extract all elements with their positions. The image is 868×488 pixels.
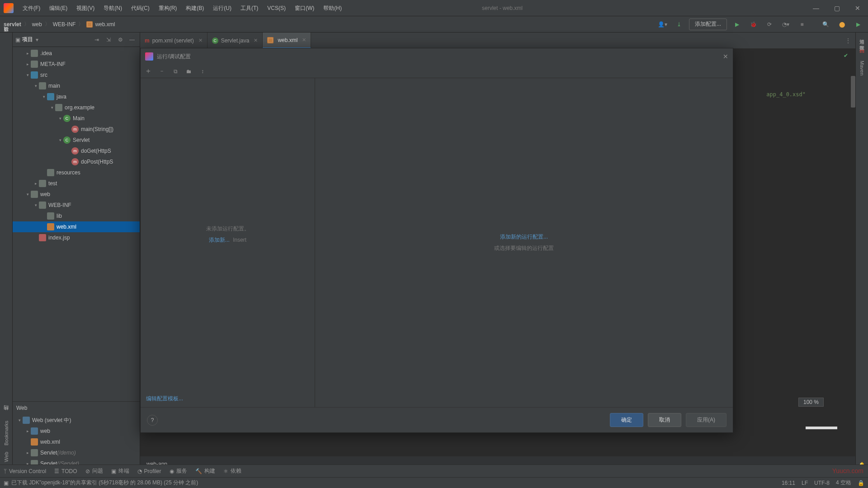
debug-button[interactable]: 🐞 [747,19,760,30]
line-separator[interactable]: LF [802,480,808,486]
user-icon[interactable]: 👤▾ [656,19,669,30]
project-tree[interactable]: .ideaMETA-INFsrcmainjavaorg.exampleCMain… [13,47,140,401]
web-tree[interactable]: Web (servlet 中)webweb.xmlServlet (/demo)… [13,414,140,472]
coverage-button[interactable]: ⟳ [763,19,776,30]
tree-row[interactable]: CServlet [13,135,140,145]
ok-button[interactable]: 确定 [610,413,643,427]
menu-build[interactable]: 构建(B) [181,0,208,16]
expand-all-icon[interactable]: ⇲ [104,35,113,45]
menu-window[interactable]: 窗口(W) [290,0,319,16]
close-button[interactable]: ✕ [847,0,868,16]
tree-row[interactable]: java [13,91,140,102]
menu-navigate[interactable]: 导航(N) [99,0,127,16]
tree-arrow-icon[interactable] [16,418,23,422]
tree-arrow-icon[interactable] [24,51,31,56]
tree-row[interactable]: index.jsp [13,232,140,243]
tree-row[interactable]: META-INF [13,59,140,70]
tree-arrow-icon[interactable] [24,450,31,455]
add-new-config-link[interactable]: 添加新的运行配置... [500,233,548,241]
copy-config-icon[interactable]: ⧉ [171,68,179,75]
menu-code[interactable]: 代码(C) [127,0,154,16]
tree-row[interactable]: lib [13,211,140,221]
tw-terminal[interactable]: ▣终端 [111,467,129,475]
add-config-icon[interactable]: ＋ [144,66,152,76]
dialog-close-icon[interactable]: ✕ [723,53,728,60]
gutter-web[interactable]: Web [4,452,9,462]
tree-arrow-icon[interactable] [41,94,47,99]
tw-dependencies[interactable]: ⚛依赖 [223,467,241,475]
tree-row[interactable]: WEB-INF [13,200,140,211]
tree-row[interactable]: org.example [13,102,140,113]
tw-problems[interactable]: ⊘问题 [85,467,103,475]
menu-file[interactable]: 文件(F) [18,0,45,16]
tab-pom[interactable]: m pom.xml (servlet) ✕ [140,33,208,48]
tw-profiler[interactable]: ◔Profiler [137,468,161,474]
tree-row[interactable]: Servlet (/demo) [13,447,140,458]
tree-arrow-icon[interactable] [24,192,31,197]
add-new-link[interactable]: 添加新... [209,237,230,243]
status-message[interactable]: ▣ 已下载 JDK"openjdk-18"的共享索引 (5秒718毫秒 的 28… [4,479,198,487]
save-config-icon[interactable]: 🖿 [185,68,193,75]
gutter-maven[interactable]: Maven [859,61,865,75]
close-tab-icon[interactable]: ✕ [198,38,203,43]
tree-row[interactable]: CMain [13,113,140,124]
tree-arrow-icon[interactable] [49,105,55,110]
help-icon[interactable]: ? [147,415,158,426]
menu-run[interactable]: 运行(U) [208,0,236,16]
indent-info[interactable]: 4 空格 [836,479,851,487]
run-config-select[interactable]: 添加配置... [689,19,727,30]
sidebar-dropdown-icon[interactable]: ▾ [36,37,38,43]
tree-row[interactable]: Web (servlet 中) [13,415,140,426]
select-open-file-icon[interactable]: ⇥ [92,35,102,45]
file-encoding[interactable]: UTF-8 [814,480,830,486]
run-button[interactable]: ▶ [731,19,743,30]
menu-vcs[interactable]: VCS(S) [263,0,290,16]
crumb-web[interactable]: web [32,21,42,28]
tree-row[interactable]: .idea [13,48,140,59]
tree-arrow-icon[interactable] [24,73,31,77]
edit-templates-link[interactable]: 编辑配置模板... [141,390,315,407]
tree-row[interactable]: main [13,80,140,91]
tree-arrow-icon[interactable] [24,429,31,433]
cancel-button[interactable]: 取消 [648,413,681,427]
apply-button[interactable]: 应用(A) [686,413,726,427]
hide-icon[interactable]: — [127,35,137,45]
tab-servlet[interactable]: C Servlet.java ✕ [208,33,263,48]
remove-config-icon[interactable]: － [158,67,166,75]
search-icon[interactable]: 🔍 [819,19,832,30]
tw-vcs[interactable]: ᛘVersion Control [4,468,46,474]
tree-row[interactable]: web.xml [13,221,140,232]
tree-row[interactable]: mdoGet(HttpS [13,145,140,156]
inspection-ok-icon[interactable]: ✔ [844,52,848,59]
tree-row[interactable]: web [13,426,140,436]
close-tab-icon[interactable]: ✕ [254,38,258,43]
tree-row[interactable]: web [13,189,140,200]
tree-row[interactable]: web.xml [13,436,140,447]
settings-icon[interactable]: ⚙ [115,35,125,45]
build-icon[interactable]: ⤓ [673,19,685,30]
maximize-button[interactable]: ▢ [826,0,847,16]
gutter-bookmarks[interactable]: Bookmarks [4,421,9,446]
tree-arrow-icon[interactable] [33,84,39,88]
zoom-indicator[interactable]: 100 % [798,398,824,407]
stop-button[interactable]: ■ [796,19,808,30]
tree-arrow-icon[interactable] [24,62,31,66]
tree-row[interactable]: src [13,70,140,80]
tree-row[interactable]: resources [13,167,140,178]
caret-position[interactable]: 16:11 [782,480,795,486]
close-tab-icon[interactable]: ✕ [302,37,306,43]
menu-refactor[interactable]: 重构(R) [154,0,182,16]
scrollbar-thumb[interactable] [851,76,855,108]
tree-arrow-icon[interactable] [33,181,39,186]
play-store-icon[interactable]: ▶ [852,19,864,30]
maven-icon[interactable]: m [859,48,864,54]
sidebar-title[interactable]: 项目 [22,36,33,43]
crumb-project[interactable]: servlet [4,21,21,28]
tree-arrow-icon[interactable] [33,203,39,207]
tree-arrow-icon[interactable] [57,116,63,121]
crumb-webinf[interactable]: WEB-INF [53,21,76,28]
tree-row[interactable]: mmain(String[]) [13,124,140,135]
tabs-more-icon[interactable]: ⋮ [841,33,855,48]
lock-icon[interactable]: 🔒 [858,480,864,486]
tree-arrow-icon[interactable] [57,138,63,142]
